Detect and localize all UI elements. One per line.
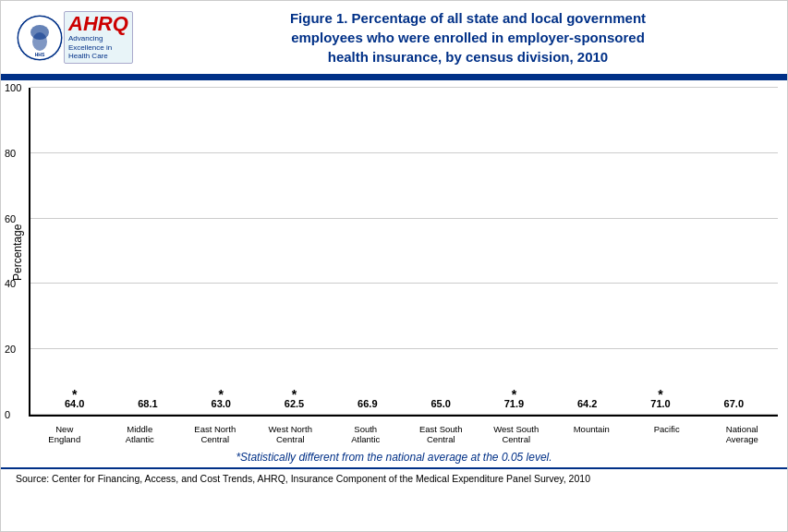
- bar-value: 65.0: [417, 398, 465, 409]
- bar-value: 63.0: [197, 398, 245, 409]
- y-axis-label: Percentage: [10, 88, 25, 417]
- bar-value: 62.5: [271, 398, 319, 409]
- y-tick-label: 100: [5, 82, 21, 93]
- chart-title: Figure 1. Percentage of all state and lo…: [164, 8, 772, 66]
- header: HHS AHRQ Advancing Excellence in Health …: [1, 1, 787, 77]
- y-tick-label: 20: [5, 344, 16, 355]
- x-axis-label: Pacific: [631, 420, 703, 445]
- footnote: *Statistically different from the nation…: [1, 445, 787, 467]
- bar-value: 66.9: [344, 398, 392, 409]
- svg-text:HHS: HHS: [35, 52, 45, 57]
- chart-area: 020406080100*64.068.1*63.0*62.566.965.0*…: [29, 88, 778, 417]
- title-area: Figure 1. Percentage of all state and lo…: [164, 8, 772, 66]
- bar-value: 71.9: [490, 398, 538, 409]
- hhs-logo: HHS: [16, 14, 64, 62]
- x-axis-label: MiddleAtlantic: [104, 420, 176, 445]
- bars-wrapper: *64.068.1*63.0*62.566.965.0*71.964.2*71.…: [30, 88, 778, 415]
- bar-value: 71.0: [636, 398, 685, 409]
- ahrq-text: AHRQ: [68, 14, 128, 34]
- y-tick-label: 60: [5, 213, 16, 224]
- x-axis-label: West NorthCentral: [255, 420, 327, 445]
- source: Source: Center for Financing, Access, an…: [1, 467, 787, 488]
- ahrq-sub2: Excellence in: [68, 43, 128, 53]
- x-axis-label: NationalAverage: [707, 420, 779, 445]
- ahrq-sub1: Advancing: [68, 34, 128, 43]
- blue-divider: [1, 77, 787, 80]
- chart-container: Percentage 020406080100*64.068.1*63.0*62…: [1, 84, 787, 417]
- bar-value: 67.0: [709, 398, 758, 409]
- y-tick-label: 80: [5, 148, 16, 159]
- x-axis-label: Mountain: [556, 420, 628, 445]
- bar-value: 68.1: [124, 398, 172, 409]
- bar-value: 64.2: [564, 398, 612, 409]
- grid-area: 020406080100*64.068.1*63.0*62.566.965.0*…: [29, 88, 778, 417]
- ahrq-sub3: Health Care: [68, 52, 128, 61]
- x-axis-label: SouthAtlantic: [330, 420, 402, 445]
- logo-area: HHS AHRQ Advancing Excellence in Health …: [16, 11, 164, 64]
- y-tick-label: 0: [5, 409, 10, 420]
- bar-value: 64.0: [51, 398, 99, 409]
- y-tick-label: 40: [5, 278, 16, 289]
- ahrq-logo: AHRQ Advancing Excellence in Health Care: [64, 11, 133, 64]
- x-axis-label: NewEngland: [29, 420, 101, 445]
- svg-point-3: [32, 32, 47, 51]
- x-axis-label: East SouthCentral: [406, 420, 478, 445]
- x-axis-label: West SouthCentral: [480, 420, 552, 445]
- x-labels: NewEnglandMiddleAtlanticEast NorthCentra…: [19, 417, 787, 445]
- x-axis-label: East NorthCentral: [179, 420, 251, 445]
